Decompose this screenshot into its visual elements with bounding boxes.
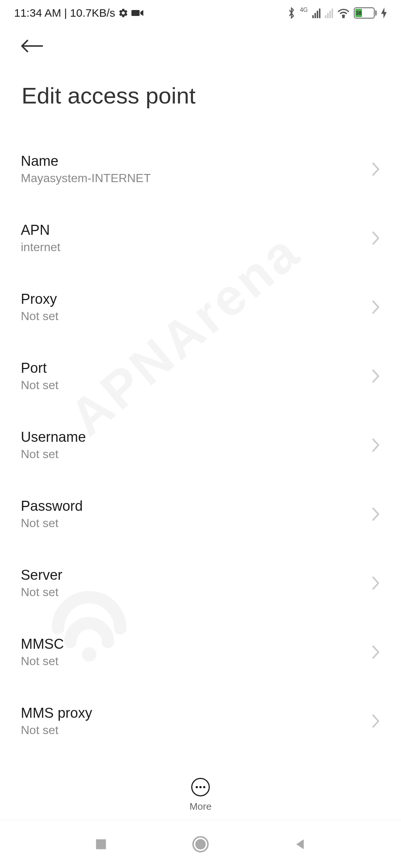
chevron-right-icon bbox=[371, 438, 380, 453]
setting-label: Name bbox=[21, 153, 371, 169]
setting-item-username[interactable]: Username Not set bbox=[21, 418, 380, 472]
chevron-right-icon bbox=[371, 576, 380, 591]
network-type: 4G bbox=[300, 7, 308, 13]
setting-label: MMS proxy bbox=[21, 705, 371, 721]
setting-item-port[interactable]: Port Not set bbox=[21, 349, 380, 403]
status-data-rate: 10.7KB/s bbox=[70, 7, 115, 19]
setting-item-mms-proxy[interactable]: MMS proxy Not set bbox=[21, 694, 380, 748]
chevron-right-icon bbox=[371, 714, 380, 729]
setting-value: Not set bbox=[21, 723, 371, 737]
charging-icon bbox=[381, 7, 387, 19]
setting-label: Password bbox=[21, 498, 371, 514]
more-icon bbox=[191, 778, 210, 796]
chevron-right-icon bbox=[371, 300, 380, 315]
setting-value: Not set bbox=[21, 654, 371, 668]
status-separator: | bbox=[64, 7, 67, 19]
setting-label: Proxy bbox=[21, 291, 371, 307]
signal-bars-sim1 bbox=[312, 8, 320, 18]
chevron-right-icon bbox=[371, 369, 380, 384]
setting-value: Not set bbox=[21, 516, 371, 530]
camera-icon bbox=[131, 9, 143, 17]
setting-value: Mayasystem-INTERNET bbox=[21, 171, 371, 185]
setting-item-name[interactable]: Name Mayasystem-INTERNET bbox=[21, 142, 380, 196]
svg-point-2 bbox=[343, 16, 344, 18]
back-button[interactable] bbox=[21, 36, 43, 56]
setting-item-password[interactable]: Password Not set bbox=[21, 487, 380, 541]
more-button[interactable]: More bbox=[189, 778, 211, 812]
page-title: Edit access point bbox=[21, 82, 380, 109]
chevron-right-icon bbox=[371, 645, 380, 660]
setting-item-server[interactable]: Server Not set bbox=[21, 556, 380, 610]
gear-icon bbox=[118, 8, 128, 18]
setting-value: internet bbox=[21, 240, 371, 254]
wifi-icon bbox=[338, 8, 349, 18]
setting-label: Server bbox=[21, 567, 371, 583]
setting-label: MMSC bbox=[21, 636, 371, 652]
status-time: 11:34 AM bbox=[14, 7, 61, 19]
svg-rect-3 bbox=[96, 839, 106, 849]
setting-label: Port bbox=[21, 360, 371, 376]
setting-item-proxy[interactable]: Proxy Not set bbox=[21, 280, 380, 334]
chevron-right-icon bbox=[371, 162, 380, 177]
status-bar: 11:34 AM | 10.7KB/s 4G bbox=[0, 0, 401, 26]
svg-rect-1 bbox=[131, 10, 140, 16]
setting-value: Not set bbox=[21, 309, 371, 323]
battery-indicator: 38 bbox=[354, 7, 376, 19]
setting-item-apn[interactable]: APN internet bbox=[21, 211, 380, 265]
nav-recent-button[interactable] bbox=[94, 837, 108, 852]
setting-value: Not set bbox=[21, 585, 371, 599]
setting-value: Not set bbox=[21, 447, 371, 461]
signal-bars-sim2 bbox=[325, 8, 333, 18]
setting-label: APN bbox=[21, 222, 371, 238]
setting-label: Username bbox=[21, 429, 371, 445]
navigation-bar bbox=[0, 820, 401, 868]
setting-value: Not set bbox=[21, 378, 371, 392]
nav-back-button[interactable] bbox=[293, 837, 307, 852]
svg-point-5 bbox=[195, 839, 206, 849]
settings-list: Name Mayasystem-INTERNET APN internet Pr… bbox=[0, 142, 401, 748]
more-label: More bbox=[189, 801, 211, 812]
bluetooth-icon bbox=[287, 7, 296, 19]
setting-item-mmsc[interactable]: MMSC Not set bbox=[21, 625, 380, 679]
chevron-right-icon bbox=[371, 231, 380, 246]
chevron-right-icon bbox=[371, 507, 380, 522]
nav-home-button[interactable] bbox=[192, 835, 209, 853]
